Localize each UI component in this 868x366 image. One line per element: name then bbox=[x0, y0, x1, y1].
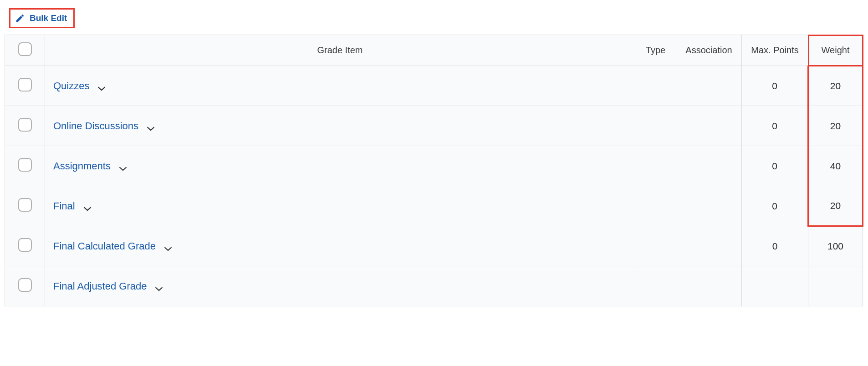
association-cell bbox=[676, 266, 742, 306]
row-checkbox-cell bbox=[5, 186, 45, 226]
grade-item-cell: Assignments bbox=[45, 146, 635, 186]
weight-cell bbox=[808, 266, 863, 306]
type-cell bbox=[635, 266, 676, 306]
row-checkbox[interactable] bbox=[18, 158, 32, 172]
row-checkbox[interactable] bbox=[18, 118, 32, 132]
max-points-cell: 0 bbox=[742, 66, 808, 106]
weight-cell: 20 bbox=[808, 66, 863, 106]
table-row: Quizzes020 bbox=[5, 66, 863, 106]
association-cell bbox=[676, 226, 742, 266]
row-checkbox[interactable] bbox=[18, 278, 32, 292]
table-row: Assignments040 bbox=[5, 146, 863, 186]
weight-cell: 40 bbox=[808, 146, 863, 186]
column-header-checkbox bbox=[5, 35, 45, 66]
grade-item-cell: Final Adjusted Grade bbox=[45, 266, 635, 306]
chevron-down-icon[interactable] bbox=[97, 83, 106, 89]
grade-item-link[interactable]: Final Calculated Grade bbox=[53, 240, 156, 252]
table-row: Online Discussions020 bbox=[5, 106, 863, 146]
grade-item-cell: Final Calculated Grade bbox=[45, 226, 635, 266]
association-cell bbox=[676, 106, 742, 146]
type-cell bbox=[635, 146, 676, 186]
chevron-down-icon[interactable] bbox=[164, 244, 172, 249]
row-checkbox[interactable] bbox=[18, 238, 32, 252]
max-points-cell: 0 bbox=[742, 226, 808, 266]
max-points-cell: 0 bbox=[742, 186, 808, 226]
row-checkbox[interactable] bbox=[18, 198, 32, 212]
table-row: Final020 bbox=[5, 186, 863, 226]
chevron-down-icon[interactable] bbox=[155, 284, 163, 289]
association-cell bbox=[676, 146, 742, 186]
chevron-down-icon[interactable] bbox=[119, 163, 127, 169]
grade-item-link[interactable]: Final bbox=[53, 200, 75, 212]
grade-item-link[interactable]: Online Discussions bbox=[53, 120, 138, 132]
type-cell bbox=[635, 226, 676, 266]
type-cell bbox=[635, 186, 676, 226]
grade-item-cell: Online Discussions bbox=[45, 106, 635, 146]
row-checkbox[interactable] bbox=[18, 78, 32, 92]
type-cell bbox=[635, 66, 676, 106]
grade-item-link[interactable]: Quizzes bbox=[53, 80, 89, 92]
grade-item-cell: Quizzes bbox=[45, 66, 635, 106]
grades-table: Grade Item Type Association Max. Points … bbox=[5, 35, 863, 306]
column-header-grade-item: Grade Item bbox=[45, 35, 635, 66]
bulk-edit-label: Bulk Edit bbox=[30, 13, 67, 23]
chevron-down-icon[interactable] bbox=[147, 123, 155, 129]
grade-item-cell: Final bbox=[45, 186, 635, 226]
column-header-type: Type bbox=[635, 35, 676, 66]
bulk-edit-highlight: Bulk Edit bbox=[9, 8, 75, 28]
max-points-cell: 0 bbox=[742, 106, 808, 146]
type-cell bbox=[635, 106, 676, 146]
weight-cell: 20 bbox=[808, 186, 863, 226]
row-checkbox-cell bbox=[5, 146, 45, 186]
table-row: Final Calculated Grade0100 bbox=[5, 226, 863, 266]
column-header-association: Association bbox=[676, 35, 742, 66]
weight-cell: 20 bbox=[808, 106, 863, 146]
row-checkbox-cell bbox=[5, 106, 45, 146]
column-header-weight: Weight bbox=[808, 35, 863, 66]
table-row: Final Adjusted Grade bbox=[5, 266, 863, 306]
row-checkbox-cell bbox=[5, 66, 45, 106]
chevron-down-icon[interactable] bbox=[83, 203, 92, 209]
bulk-edit-button[interactable]: Bulk Edit bbox=[15, 13, 67, 23]
row-checkbox-cell bbox=[5, 226, 45, 266]
select-all-checkbox[interactable] bbox=[18, 42, 32, 56]
association-cell bbox=[676, 186, 742, 226]
max-points-cell: 0 bbox=[742, 146, 808, 186]
row-checkbox-cell bbox=[5, 266, 45, 306]
max-points-cell bbox=[742, 266, 808, 306]
association-cell bbox=[676, 66, 742, 106]
weight-cell: 100 bbox=[808, 226, 863, 266]
column-header-max-points: Max. Points bbox=[742, 35, 808, 66]
pencil-icon bbox=[15, 13, 25, 23]
grade-item-link[interactable]: Final Adjusted Grade bbox=[53, 280, 147, 292]
grade-item-link[interactable]: Assignments bbox=[53, 160, 111, 172]
